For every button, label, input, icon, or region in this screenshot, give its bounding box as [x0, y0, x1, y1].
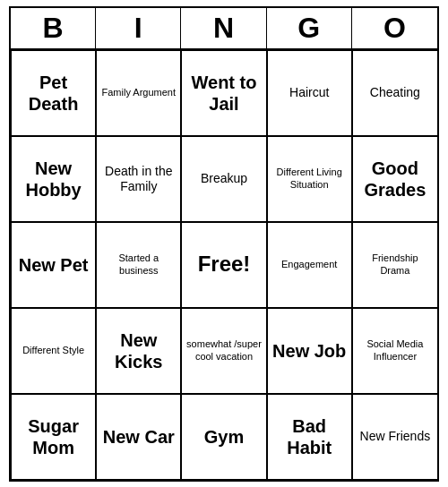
bingo-cell[interactable]: Different Style — [11, 308, 96, 394]
bingo-cell[interactable]: Death in the Family — [96, 136, 181, 222]
header-letter: G — [267, 8, 352, 48]
bingo-cell-text: Family Argument — [102, 87, 177, 98]
bingo-cell[interactable]: Haircut — [267, 50, 352, 136]
bingo-cell[interactable]: Breakup — [181, 136, 266, 222]
bingo-cell-text: Pet Death — [15, 72, 91, 115]
bingo-cell-text: Different Style — [22, 345, 84, 356]
bingo-cell-text: Cheating — [370, 85, 420, 100]
bingo-cell-text: Sugar Mom — [15, 415, 91, 458]
bingo-cell[interactable]: New Pet — [11, 222, 96, 308]
bingo-cell-text: New Hobby — [15, 158, 91, 201]
bingo-cell-text: Haircut — [289, 85, 329, 100]
bingo-cell[interactable]: Engagement — [267, 222, 352, 308]
bingo-header: BINGO — [11, 8, 437, 50]
bingo-cell-text: Good Grades — [357, 158, 434, 201]
bingo-cell-text: New Car — [103, 426, 175, 448]
header-letter: O — [352, 8, 437, 48]
bingo-cell[interactable]: Gym — [181, 394, 266, 480]
bingo-cell-text: Death in the Family — [100, 164, 177, 194]
bingo-cell-text: New Friends — [360, 429, 431, 444]
bingo-cell-text: New Pet — [19, 254, 89, 276]
bingo-cell-text: Breakup — [201, 171, 247, 186]
bingo-cell[interactable]: New Car — [96, 394, 181, 480]
header-letter: B — [11, 8, 96, 48]
bingo-cell-text: somewhat /super cool vacation — [185, 338, 262, 362]
bingo-cell-text: Different Living Situation — [271, 167, 348, 190]
header-letter: I — [96, 8, 181, 48]
bingo-cell[interactable]: Cheating — [352, 50, 437, 136]
bingo-cell[interactable]: New Kicks — [96, 308, 181, 394]
bingo-cell-text: Friendship Drama — [357, 252, 434, 276]
bingo-cell[interactable]: Sugar Mom — [11, 394, 96, 480]
bingo-cell[interactable]: Different Living Situation — [267, 136, 352, 222]
bingo-cell[interactable]: Family Argument — [96, 50, 181, 136]
header-letter: N — [181, 8, 266, 48]
bingo-cell[interactable]: Pet Death — [11, 50, 96, 136]
bingo-cell[interactable]: New Hobby — [11, 136, 96, 222]
bingo-cell-text: Social Media Influencer — [357, 338, 434, 362]
bingo-cell-text: Free! — [198, 252, 251, 278]
bingo-cell-text: New Job — [272, 340, 346, 362]
bingo-cell[interactable]: somewhat /super cool vacation — [181, 308, 266, 394]
bingo-cell[interactable]: Started a business — [96, 222, 181, 308]
bingo-cell[interactable]: Free! — [181, 222, 266, 308]
bingo-cell[interactable]: Went to Jail — [181, 50, 266, 136]
bingo-cell[interactable]: Bad Habit — [267, 394, 352, 480]
bingo-cell-text: Bad Habit — [271, 415, 348, 458]
bingo-cell[interactable]: Good Grades — [352, 136, 437, 222]
bingo-cell[interactable]: Social Media Influencer — [352, 308, 437, 394]
bingo-card: BINGO Pet DeathFamily ArgumentWent to Ja… — [9, 6, 439, 482]
bingo-cell-text: Engagement — [281, 259, 337, 270]
bingo-cell-text: Went to Jail — [185, 72, 262, 115]
bingo-cell-text: New Kicks — [100, 329, 177, 372]
bingo-cell[interactable]: Friendship Drama — [352, 222, 437, 308]
bingo-cell[interactable]: New Friends — [352, 394, 437, 480]
bingo-cell-text: Gym — [204, 426, 244, 448]
bingo-cell-text: Started a business — [100, 252, 177, 276]
bingo-grid: Pet DeathFamily ArgumentWent to JailHair… — [11, 50, 437, 480]
bingo-cell[interactable]: New Job — [267, 308, 352, 394]
